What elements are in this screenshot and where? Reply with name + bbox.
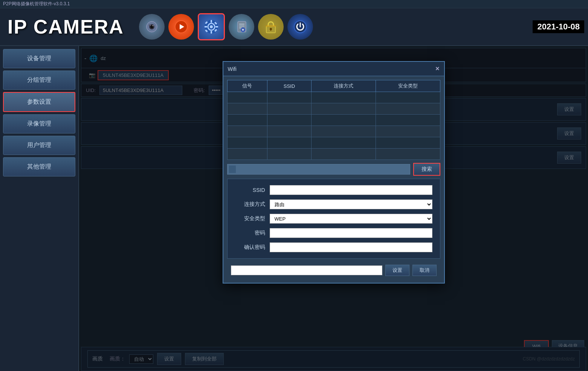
ssid-input[interactable]: [270, 185, 432, 195]
table-row: [227, 126, 440, 137]
titlebar: P2P网络摄像机管理软件-v3.0.3.1: [0, 0, 588, 8]
ssid-label: SSID: [235, 187, 265, 193]
document-toolbar-button[interactable]: [229, 14, 254, 40]
table-row: [227, 103, 440, 115]
table-row: [227, 115, 440, 126]
connection-type-select[interactable]: 路由 点对点: [270, 199, 432, 209]
wifi-table-header-ssid: SSID: [267, 80, 311, 92]
modal-cancel-button[interactable]: 取消: [412, 265, 437, 276]
sidebar-item-device-management[interactable]: 设备管理: [3, 49, 75, 68]
search-progress-bar: [227, 164, 410, 175]
content-area: - 🌐 dz 📷 5ULNT45BE3XD9E3U111A UID: 5ULNT…: [79, 46, 588, 371]
table-row: [227, 149, 440, 160]
sidebar-item-recording[interactable]: 录像管理: [3, 114, 75, 133]
confirm-password-row: 确认密码: [235, 242, 432, 252]
main-layout: 设备管理 分组管理 参数设置 录像管理 用户管理 其他管理 - 🌐 dz 📷 5…: [0, 46, 588, 371]
search-row: 搜索: [227, 163, 440, 176]
confirm-password-input[interactable]: [270, 242, 432, 252]
svg-rect-12: [205, 26, 207, 28]
security-type-select[interactable]: WEP WPA 无: [270, 214, 432, 224]
play-toolbar-button[interactable]: [168, 14, 194, 40]
modal-titlebar: Wifi ×: [223, 62, 444, 76]
toolbar: IP CAMERA: [0, 8, 588, 46]
connection-type-label: 连接方式: [235, 201, 265, 208]
datetime-display: 2021-10-08: [533, 20, 584, 33]
sidebar-item-parameter-settings[interactable]: 参数设置: [3, 92, 75, 112]
ssid-row: SSID: [235, 185, 432, 195]
connection-type-row: 连接方式 路由 点对点: [235, 199, 432, 209]
wifi-table-header-connection: 连接方式: [312, 80, 376, 92]
password-row: 密码: [235, 228, 432, 238]
power-toolbar-button[interactable]: [287, 14, 313, 40]
svg-rect-10: [211, 20, 212, 23]
svg-rect-28: [266, 25, 276, 27]
settings-toolbar-button[interactable]: [198, 13, 225, 40]
modal-title: Wifi: [228, 66, 237, 72]
play-icon: [174, 20, 188, 34]
sidebar-item-other-management[interactable]: 其他管理: [3, 157, 75, 176]
app-title: IP CAMERA: [8, 15, 124, 38]
search-progress-fill: [229, 166, 236, 173]
svg-rect-11: [211, 31, 212, 34]
modal-bottom-input[interactable]: [231, 265, 382, 275]
sidebar-item-group-management[interactable]: 分组管理: [3, 71, 75, 90]
svg-rect-13: [215, 26, 218, 28]
modal-bottom-bar: 设置 取消: [227, 262, 440, 279]
sidebar: 设备管理 分组管理 参数设置 录像管理 用户管理 其他管理: [0, 46, 79, 371]
settings-icon: [203, 18, 220, 35]
svg-point-9: [210, 25, 213, 28]
titlebar-text: P2P网络摄像机管理软件-v3.0.3.1: [3, 1, 70, 7]
table-row: [227, 92, 440, 103]
security-type-row: 安全类型 WEP WPA 无: [235, 214, 432, 224]
password-form-label: 密码: [235, 230, 265, 236]
wifi-search-button[interactable]: 搜索: [413, 163, 440, 176]
wifi-table-header-security: 安全类型: [376, 80, 440, 92]
modal-set-button[interactable]: 设置: [385, 265, 409, 276]
svg-rect-27: [270, 29, 271, 31]
svg-rect-4: [149, 25, 151, 26]
lock-toolbar-button[interactable]: [258, 14, 284, 40]
confirm-password-label: 确认密码: [235, 244, 265, 251]
document-icon: [235, 20, 248, 34]
wifi-table: 信号 SSID 连接方式 安全类型: [227, 80, 440, 160]
toolbar-icons: [139, 13, 313, 40]
table-row: [227, 137, 440, 149]
security-type-label: 安全类型: [235, 215, 265, 222]
wifi-form: SSID 连接方式 路由 点对点 安全类型: [227, 179, 440, 259]
power-icon: [293, 20, 307, 34]
wifi-modal-overlay: Wifi × 信号 SSID 连接方式 安全类型: [79, 46, 588, 371]
camera-icon: [145, 20, 159, 34]
lock-icon: [264, 20, 278, 34]
modal-close-button[interactable]: ×: [435, 65, 440, 73]
password-form-input[interactable]: [270, 228, 432, 238]
camera-toolbar-button[interactable]: [139, 14, 165, 40]
sidebar-item-user-management[interactable]: 用户管理: [3, 136, 75, 155]
wifi-table-header-signal: 信号: [227, 80, 267, 92]
svg-point-3: [152, 25, 153, 26]
wifi-modal: Wifi × 信号 SSID 连接方式 安全类型: [223, 61, 445, 284]
modal-body: 信号 SSID 连接方式 安全类型: [223, 76, 444, 283]
